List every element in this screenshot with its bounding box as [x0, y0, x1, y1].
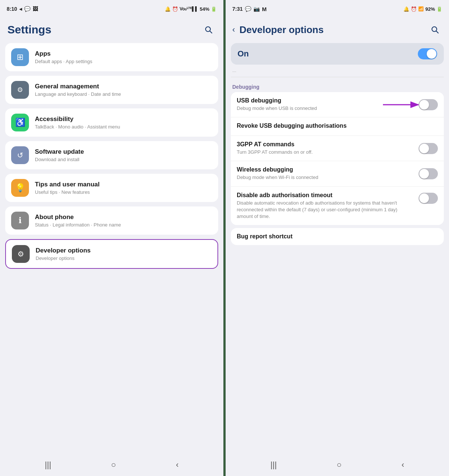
- alarm-icon: ⏰: [172, 6, 178, 12]
- bug-report-shortcut-item[interactable]: Bug report shortcut: [231, 228, 444, 245]
- revoke-usb-item[interactable]: Revoke USB debugging authorisations: [231, 117, 444, 136]
- 3gpp-toggle[interactable]: [419, 143, 438, 154]
- tips-icon: 💡: [11, 179, 29, 197]
- left-status-left: 8:10 ◂ 💬 🖼: [7, 6, 38, 12]
- recent-apps-button[interactable]: |||: [45, 460, 51, 470]
- signal-icon: Vo₀ᴸᵀᴱ▌▌: [180, 6, 198, 12]
- disable-adb-toggle[interactable]: [419, 193, 438, 204]
- settings-list: ⊞ Apps Default apps · App settings ⚙ Gen…: [0, 43, 223, 454]
- debugging-items-group: USB debugging Debug mode when USB is con…: [231, 92, 444, 225]
- general-management-subtitle: Language and keyboard · Date and time: [35, 91, 212, 97]
- developer-options-search-button[interactable]: [427, 22, 442, 37]
- settings-item-accessibility[interactable]: ♿ Accessibility TalkBack · Mono audio · …: [5, 108, 218, 137]
- wireless-debugging-subtitle: Debug mode when Wi-Fi is connected: [237, 174, 414, 181]
- right-nav-bar: ||| ○ ‹: [226, 454, 449, 476]
- developer-options-title: Developer options: [36, 247, 212, 254]
- right-header: ‹ Developer options: [226, 18, 449, 43]
- alarm-icon-right: ⏰: [411, 6, 417, 12]
- disable-adb-title: Disable adb authorisation timeout: [237, 192, 414, 199]
- disable-adb-toggle-knob: [419, 193, 429, 203]
- developer-options-page-title: Developer options: [239, 24, 324, 36]
- settings-item-apps[interactable]: ⊞ Apps Default apps · App settings: [5, 43, 218, 71]
- about-phone-title: About phone: [35, 213, 212, 221]
- settings-item-general-management[interactable]: ⚙ General management Language and keyboa…: [5, 76, 218, 104]
- usb-toggle-knob: [419, 100, 429, 110]
- recent-apps-button-right[interactable]: |||: [271, 460, 277, 470]
- accessibility-subtitle: TalkBack · Mono audio · Assistant menu: [35, 124, 212, 130]
- 3gpp-item[interactable]: 3GPP AT commands Turn 3GPP AT commands o…: [231, 136, 444, 161]
- gallery-icon: 🖼: [33, 6, 38, 12]
- back-button-right[interactable]: ‹: [231, 23, 236, 36]
- nav-icon-left: ◂: [19, 6, 22, 12]
- battery-left: 54% 🔋: [200, 6, 217, 12]
- right-status-bar: 7:31 💬 📷 M 🔔 ⏰ 📶 92% 🔋: [226, 0, 449, 18]
- left-phone-panel: 8:10 ◂ 💬 🖼 🔔 ⏰ Vo₀ᴸᵀᴱ▌▌ 54% 🔋 Settings ⊞: [0, 0, 223, 476]
- about-phone-icon: ℹ: [11, 212, 29, 229]
- left-header: Settings: [0, 18, 223, 43]
- 3gpp-title: 3GPP AT commands: [237, 141, 414, 148]
- accessibility-icon: ♿: [11, 114, 29, 131]
- back-button-right-nav[interactable]: ‹: [402, 460, 404, 470]
- usb-debugging-title: USB debugging: [237, 97, 414, 104]
- about-phone-subtitle: Status · Legal information · Phone name: [35, 222, 212, 228]
- 3gpp-toggle-knob: [419, 144, 429, 153]
- whatsapp-icon-right: 💬: [245, 6, 251, 12]
- on-toggle-section[interactable]: On: [231, 43, 444, 65]
- svg-line-3: [436, 31, 439, 33]
- usb-debugging-subtitle: Debug mode when USB is connected: [237, 105, 414, 112]
- home-button-right[interactable]: ○: [337, 460, 341, 470]
- settings-title: Settings: [7, 23, 51, 36]
- on-label: On: [237, 49, 249, 59]
- wireless-debugging-title: Wireless debugging: [237, 166, 414, 173]
- home-button[interactable]: ○: [111, 460, 116, 470]
- apps-title: Apps: [35, 50, 212, 58]
- left-status-right: 🔔 ⏰ Vo₀ᴸᵀᴱ▌▌ 54% 🔋: [165, 6, 217, 12]
- usb-debugging-toggle[interactable]: [419, 99, 438, 110]
- developer-options-content: ... Debugging USB debugging Debug mode w…: [226, 65, 449, 454]
- signal-icon-right: 📶: [418, 6, 424, 12]
- disable-adb-subtitle: Disable automatic revocation of adb auth…: [237, 200, 414, 220]
- software-update-title: Software update: [35, 148, 212, 156]
- bug-report-title: Bug report shortcut: [237, 233, 438, 240]
- toggle-knob: [427, 49, 436, 59]
- right-status-left: 7:31 💬 📷 M: [232, 6, 267, 12]
- search-icon: [204, 25, 213, 34]
- time-left: 8:10: [7, 6, 17, 12]
- svg-line-1: [210, 31, 212, 33]
- usb-debugging-item[interactable]: USB debugging Debug mode when USB is con…: [231, 92, 444, 117]
- settings-search-button[interactable]: [201, 22, 216, 37]
- general-management-icon: ⚙: [11, 81, 29, 99]
- debugging-section-header: Debugging: [231, 79, 444, 92]
- dev-search-icon: [430, 25, 439, 34]
- apps-icon: ⊞: [11, 48, 29, 66]
- bell-icon-right: 🔔: [403, 6, 409, 12]
- left-status-bar: 8:10 ◂ 💬 🖼 🔔 ⏰ Vo₀ᴸᵀᴱ▌▌ 54% 🔋: [0, 0, 223, 18]
- settings-item-about-phone[interactable]: ℹ About phone Status · Legal information…: [5, 206, 218, 235]
- apps-subtitle: Default apps · App settings: [35, 59, 212, 64]
- tips-title: Tips and user manual: [35, 181, 212, 188]
- partial-top-text: ...: [231, 65, 444, 77]
- right-phone-panel: 7:31 💬 📷 M 🔔 ⏰ 📶 92% 🔋 ‹ Developer optio…: [226, 0, 449, 476]
- accessibility-title: Accessibility: [35, 115, 212, 123]
- wireless-debugging-toggle[interactable]: [419, 168, 438, 179]
- back-button-left[interactable]: ‹: [176, 460, 178, 470]
- developer-options-toggle[interactable]: [418, 48, 437, 59]
- settings-item-software-update[interactable]: ↺ Software update Download and install: [5, 141, 218, 169]
- disable-adb-item[interactable]: Disable adb authorisation timeout Disabl…: [231, 187, 444, 225]
- gmail-icon-right: M: [262, 6, 267, 12]
- whatsapp-icon: 💬: [24, 6, 30, 12]
- wireless-debugging-item[interactable]: Wireless debugging Debug mode when Wi-Fi…: [231, 161, 444, 186]
- revoke-usb-title: Revoke USB debugging authorisations: [237, 123, 433, 129]
- software-update-subtitle: Download and install: [35, 157, 212, 162]
- settings-item-developer-options[interactable]: ⚙ Developer options Developer options: [5, 239, 218, 269]
- settings-item-tips[interactable]: 💡 Tips and user manual Useful tips · New…: [5, 174, 218, 202]
- general-management-title: General management: [35, 83, 212, 90]
- wireless-toggle-knob: [419, 169, 429, 179]
- time-right: 7:31: [232, 6, 243, 12]
- right-header-left: ‹ Developer options: [231, 23, 324, 36]
- battery-right: 92% 🔋: [425, 6, 442, 12]
- bell-icon: 🔔: [165, 6, 171, 12]
- developer-options-icon: ⚙: [12, 245, 30, 263]
- software-update-icon: ↺: [11, 146, 29, 164]
- camera-icon-right: 📷: [253, 6, 260, 12]
